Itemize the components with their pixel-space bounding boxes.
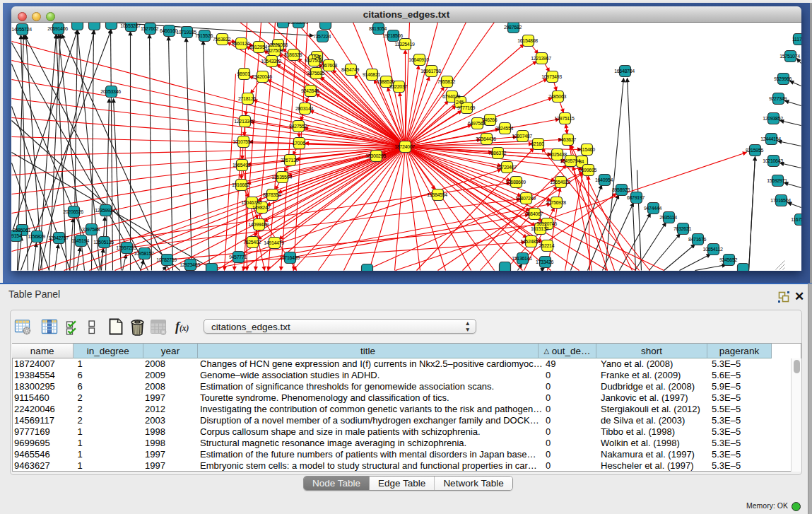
svg-text:7515526: 7515526	[195, 33, 213, 38]
svg-text:1733426: 1733426	[536, 259, 554, 264]
svg-text:7632621: 7632621	[673, 226, 692, 231]
svg-text:20756928: 20756928	[546, 200, 566, 205]
svg-text:15720407: 15720407	[496, 165, 517, 170]
svg-text:12213967: 12213967	[531, 56, 551, 61]
svg-text:10688609: 10688609	[505, 180, 526, 185]
svg-text:20691406: 20691406	[47, 26, 68, 31]
svg-text:19218506: 19218506	[382, 33, 403, 38]
svg-text:9474444: 9474444	[644, 206, 662, 211]
svg-text:9327508: 9327508	[305, 58, 323, 63]
svg-text:12975115: 12975115	[554, 116, 575, 121]
svg-text:9227349: 9227349	[769, 96, 787, 101]
svg-text:6466160: 6466160	[160, 28, 178, 33]
svg-text:17016504: 17016504	[770, 198, 791, 203]
svg-text:16033809: 16033809	[288, 23, 308, 25]
svg-text:19654923: 19654923	[550, 180, 570, 185]
svg-text:14524851: 14524851	[520, 239, 541, 244]
svg-text:15136141: 15136141	[512, 256, 532, 261]
svg-text:10210643: 10210643	[763, 158, 783, 163]
svg-text:84: 84	[579, 159, 584, 164]
svg-text:2585061: 2585061	[13, 228, 31, 233]
svg-text:12359924: 12359924	[95, 208, 115, 213]
svg-text:9146821: 9146821	[363, 72, 381, 77]
svg-text:13716485: 13716485	[279, 255, 300, 260]
svg-text:16495794: 16495794	[560, 158, 580, 163]
svg-text:10543392: 10543392	[261, 59, 281, 64]
svg-text:8186328: 8186328	[284, 52, 302, 57]
svg-text:62160: 62160	[531, 141, 544, 146]
svg-text:20364436: 20364436	[476, 136, 496, 141]
svg-text:1167534: 1167534	[791, 217, 801, 222]
svg-text:10654112: 10654112	[702, 247, 723, 252]
svg-text:2367608: 2367608	[319, 63, 338, 68]
svg-text:3875685: 3875685	[307, 71, 325, 76]
svg-text:6879197: 6879197	[627, 195, 645, 200]
svg-text:1640954: 1640954	[595, 177, 613, 182]
svg-text:8215955: 8215955	[746, 148, 764, 153]
svg-text:9463627: 9463627	[558, 137, 577, 142]
svg-text:1588520: 1588520	[377, 79, 395, 84]
svg-text:13535594: 13535594	[271, 175, 292, 180]
svg-text:8813054: 8813054	[369, 26, 387, 31]
svg-text:18724007: 18724007	[394, 144, 415, 149]
svg-text:3397588: 3397588	[82, 227, 100, 232]
svg-text:1615132: 1615132	[531, 226, 549, 231]
svg-text:9242848: 9242848	[301, 88, 319, 93]
svg-text:1156829: 1156829	[28, 234, 45, 239]
svg-text:18807249: 18807249	[515, 196, 536, 201]
svg-text:10107554: 10107554	[233, 139, 253, 144]
svg-text:7357224: 7357224	[313, 34, 331, 39]
svg-text:7563822: 7563822	[213, 37, 231, 42]
svg-text:1498242: 1498242	[252, 205, 271, 210]
svg-text:10958157: 10958157	[134, 251, 154, 256]
svg-text:10782759: 10782759	[156, 257, 177, 262]
svg-text:17006: 17006	[293, 141, 305, 146]
svg-text:7886372: 7886372	[488, 151, 507, 156]
svg-text:1527602: 1527602	[141, 26, 159, 31]
svg-text:1916682: 1916682	[232, 182, 250, 187]
svg-text:20053346: 20053346	[100, 89, 121, 94]
svg-text:17957253: 17957253	[116, 245, 136, 250]
svg-text:12093852: 12093852	[763, 116, 783, 121]
svg-text:7625402: 7625402	[243, 240, 261, 245]
svg-text:9684067: 9684067	[525, 211, 543, 216]
svg-text:11325419: 11325419	[394, 42, 415, 47]
svg-text:9699695: 9699695	[579, 168, 597, 173]
svg-text:3267130: 3267130	[281, 158, 299, 163]
svg-text:1965493: 1965493	[233, 163, 251, 168]
svg-text:7955822: 7955822	[437, 79, 456, 84]
svg-text:7485063: 7485063	[548, 94, 567, 99]
svg-text:2803144: 2803144	[295, 106, 314, 111]
svg-text:9457771: 9457771	[229, 255, 247, 259]
svg-text:252214: 252214	[539, 243, 555, 248]
svg-text:19384554: 19384554	[427, 192, 447, 197]
svg-text:16961758: 16961758	[420, 69, 441, 74]
svg-text:9777169: 9777169	[457, 105, 476, 110]
svg-text:16120746: 16120746	[536, 221, 557, 226]
svg-text:8471676: 8471676	[688, 237, 707, 242]
svg-text:8958923: 8958923	[612, 187, 630, 192]
svg-text:14099489: 14099489	[248, 222, 269, 227]
svg-text:10973493: 10973493	[541, 74, 562, 79]
svg-text:746266: 746266	[482, 117, 498, 122]
svg-text:10719185: 10719185	[176, 30, 196, 35]
svg-text:8454749: 8454749	[341, 67, 360, 72]
svg-text:16648784: 16648784	[614, 69, 635, 74]
svg-text:15692971: 15692971	[767, 178, 787, 183]
svg-text:20206526: 20206526	[63, 209, 83, 214]
svg-text:18300295: 18300295	[365, 153, 386, 158]
svg-text:98901: 98901	[237, 71, 250, 76]
svg-text:12505135: 12505135	[93, 240, 114, 245]
svg-text:14055724: 14055724	[11, 27, 32, 32]
svg-text:11173: 11173	[792, 37, 801, 42]
svg-text:9329966: 9329966	[774, 76, 792, 81]
svg-text:9245652: 9245652	[719, 257, 738, 262]
svg-text:10653287: 10653287	[120, 23, 141, 28]
svg-text:12923463: 12923463	[180, 262, 200, 267]
svg-text:2987682: 2987682	[504, 25, 522, 30]
svg-text:9115460: 9115460	[577, 147, 595, 152]
svg-text:8427552: 8427552	[289, 124, 307, 129]
svg-text:2935114: 2935114	[659, 215, 677, 220]
svg-text:13226058: 13226058	[267, 42, 288, 47]
svg-text:23420046: 23420046	[252, 74, 272, 79]
